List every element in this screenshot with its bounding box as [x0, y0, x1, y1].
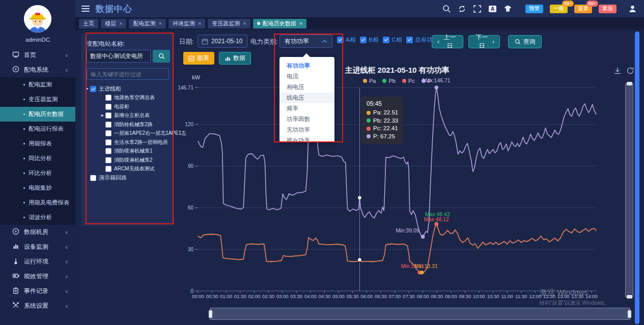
tree-node[interactable]: 消防喷淋机械泵2 [81, 156, 174, 165]
checkbox[interactable] [406, 37, 413, 43]
dropdown-item[interactable]: 频率 [279, 103, 334, 114]
sidebar-item-5[interactable]: 能效管理∨ [0, 269, 75, 284]
date-picker[interactable]: 2021-05-10 [198, 35, 247, 48]
tree-node[interactable]: 演示箱回路 [81, 173, 174, 183]
menu-collapse-icon[interactable] [81, 4, 90, 13]
dropdown-item[interactable]: 有功功率 [279, 61, 334, 71]
tree-checkbox[interactable] [105, 122, 111, 128]
tab-close-icon[interactable]: × [198, 20, 201, 26]
fullscreen-icon[interactable] [473, 5, 482, 13]
tab-close-icon[interactable]: × [119, 20, 122, 26]
tree-node[interactable]: 地源热泵空调总表 [81, 94, 174, 103]
sidebar-item-6[interactable]: 事件记录∨ [0, 284, 75, 299]
refresh-icon[interactable] [458, 5, 466, 13]
sidebar-item-3[interactable]: 设备监测∨ [0, 240, 75, 254]
dropdown-item[interactable]: 功率因数 [279, 114, 334, 125]
search-icon[interactable] [442, 5, 451, 13]
tree-node[interactable]: ARCM无线表测试 [81, 165, 174, 174]
chart-refresh-icon[interactable] [626, 67, 635, 75]
sidebar-subitem[interactable]: 用能报表 [0, 136, 75, 151]
dropdown-item[interactable]: 无功功率 [279, 125, 334, 135]
chart-view-button[interactable]: 图表 [183, 52, 214, 65]
tree-node[interactable]: 一层南1APE2右一层北1APE1左 [81, 129, 174, 138]
query-button[interactable]: 查询 [508, 35, 542, 48]
sidebar-subitem[interactable]: 电能集抄 [0, 181, 75, 195]
tree-node[interactable]: 消防喷淋机械泵1 [81, 147, 174, 156]
sidebar-item-1[interactable]: 配电系统∧ [0, 63, 75, 77]
station-search-button[interactable] [153, 50, 170, 63]
station-name-input[interactable] [87, 50, 151, 63]
tree-node[interactable]: 消防栓机械泵2路 [81, 120, 174, 129]
avatar[interactable] [24, 5, 51, 33]
caret-down-icon[interactable]: ▼ [85, 87, 90, 91]
power-category-select[interactable]: 有功功率 [279, 35, 332, 48]
data-view-button[interactable]: 数据 [219, 52, 251, 65]
sidebar-item-7[interactable]: 系统设置∨ [0, 299, 75, 313]
line-chart[interactable]: kW0306090120146.7100:0000:3001:0001:3002… [172, 71, 620, 314]
tree-node[interactable]: ▼主进线柜 [81, 84, 174, 94]
sidebar-item-0[interactable]: 首页∨ [0, 48, 75, 63]
tree-checkbox[interactable] [105, 157, 111, 163]
tree-node[interactable]: 电容柜 [81, 102, 174, 111]
dropdown-item[interactable]: 相电压 [279, 82, 334, 93]
sidebar-subitem[interactable]: 配电历史数据 [0, 107, 75, 122]
datazoom-horizontal-slider[interactable] [210, 308, 630, 320]
tab[interactable]: 配电历史数据× [253, 19, 306, 28]
alert-button[interactable]: 紧急 [599, 5, 617, 13]
dropdown-item[interactable]: 线电压 [279, 93, 334, 103]
sidebar-subitem[interactable]: 配电运行报表 [0, 122, 75, 136]
sidebar-subitem[interactable]: 同比分析 [0, 151, 75, 166]
phase-checkbox-A相[interactable]: A相 [337, 36, 355, 44]
checkbox[interactable] [337, 37, 344, 43]
dropdown-item[interactable]: 视在功率 [279, 135, 334, 142]
tab-close-icon[interactable]: × [243, 20, 246, 26]
sidebar-subitem[interactable]: 配电监测 [0, 77, 75, 92]
tree-checkbox[interactable] [90, 175, 96, 181]
sidebar-subitem[interactable]: 谐波分析 [0, 210, 75, 225]
tree-node[interactable]: 生活水泵2路一层弱电房 [81, 138, 174, 147]
tree-checkbox[interactable] [105, 104, 111, 110]
next-day-button[interactable]: 下一日› [468, 35, 500, 48]
tab-close-icon[interactable]: × [158, 20, 161, 26]
user-icon[interactable] [628, 5, 637, 13]
checkbox[interactable] [383, 37, 389, 43]
sidebar-item-2[interactable]: 数据机房∨ [0, 225, 75, 240]
dropdown-item[interactable]: 电流 [279, 71, 334, 82]
tab[interactable]: 主页 [79, 19, 98, 28]
caret-right-icon[interactable]: ▶ [100, 113, 105, 117]
alert-button[interactable]: 预警 [525, 5, 543, 13]
tab[interactable]: 变压器监测× [208, 19, 250, 28]
tab[interactable]: 楼层× [101, 19, 126, 28]
tree-checkbox[interactable] [105, 112, 111, 119]
sidebar-item-4[interactable]: 运行环境∨ [0, 254, 75, 269]
sidebar-subitem[interactable]: 环比分析 [0, 166, 75, 181]
prev-day-button[interactable]: ‹上一日 [432, 35, 463, 48]
tree-checkbox[interactable] [105, 139, 111, 145]
theme-skin-icon[interactable] [503, 5, 512, 13]
sidebar-subitem[interactable]: 用能及电费报表 [0, 195, 75, 210]
page-scrollbar[interactable] [635, 32, 639, 324]
alert-button[interactable]: 一般99+ [550, 5, 568, 13]
datazoom-bottom-handle[interactable] [627, 295, 632, 299]
tree-checkbox[interactable] [105, 148, 111, 154]
translate-icon[interactable]: A [488, 5, 497, 13]
tab-close-icon[interactable]: × [299, 20, 302, 26]
tree-checkbox[interactable] [105, 95, 111, 101]
datazoom-top-handle[interactable] [627, 82, 632, 85]
tree-filter-input[interactable] [87, 68, 169, 80]
tree-node[interactable]: ▶新增分立柜总表 [81, 111, 174, 121]
download-icon[interactable] [613, 67, 622, 75]
tree-checkbox[interactable] [90, 86, 96, 92]
tree-checkbox[interactable] [105, 166, 111, 172]
datazoom-left-handle[interactable] [209, 310, 212, 318]
phase-checkbox-B相[interactable]: B相 [360, 36, 378, 44]
tree-checkbox[interactable] [105, 130, 111, 136]
alert-button[interactable]: 重要99+ [574, 5, 592, 13]
sidebar-subitem[interactable]: 变压器监测 [0, 92, 75, 107]
tab[interactable]: 配电监测× [129, 19, 165, 28]
datazoom-right-handle[interactable] [628, 310, 631, 318]
checkbox[interactable] [360, 37, 367, 43]
phase-checkbox-C相[interactable]: C相 [383, 36, 402, 44]
tab[interactable]: 环境监测× [169, 19, 205, 28]
datazoom-vertical-slider[interactable] [625, 83, 633, 298]
